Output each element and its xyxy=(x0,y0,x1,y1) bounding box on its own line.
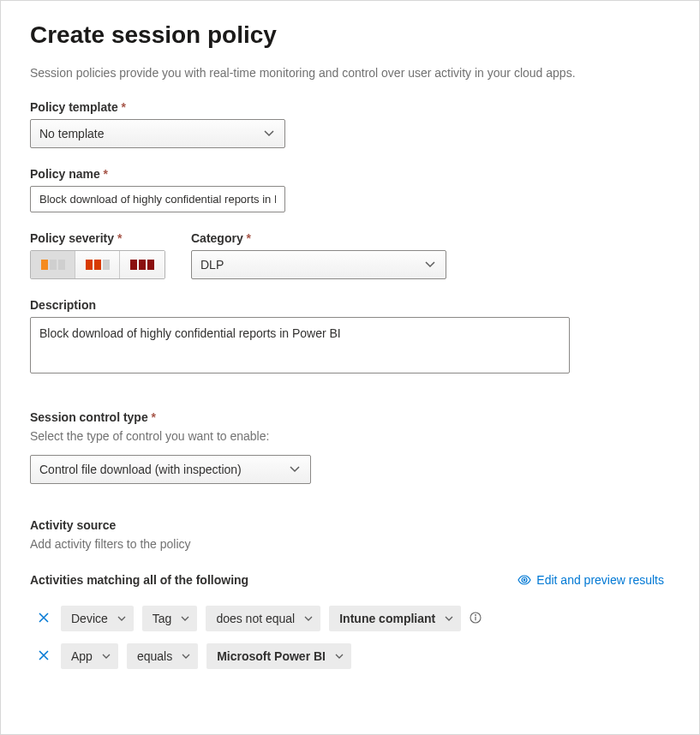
edit-preview-results-link[interactable]: Edit and preview results xyxy=(518,573,664,587)
policy-severity-label: Policy severity xyxy=(30,231,165,245)
chevron-down-icon xyxy=(102,654,111,659)
filter-value-chip[interactable]: Microsoft Power BI xyxy=(206,643,351,669)
filter-sub-chip[interactable]: Tag xyxy=(142,606,198,631)
remove-filter-button[interactable] xyxy=(35,648,52,664)
session-control-type-label: Session control type xyxy=(30,410,670,424)
page-subtitle: Session policies provide you with real-t… xyxy=(30,66,670,80)
svg-point-2 xyxy=(475,614,476,616)
chevron-down-icon xyxy=(445,616,453,621)
severity-medium-button[interactable] xyxy=(75,251,120,278)
edit-preview-results-label: Edit and preview results xyxy=(536,573,664,587)
category-select[interactable]: DLP xyxy=(191,250,446,279)
info-icon xyxy=(470,612,482,626)
chevron-down-icon xyxy=(290,466,300,473)
chevron-down-icon xyxy=(264,130,274,137)
filter-field-chip[interactable]: App xyxy=(61,643,118,669)
remove-filter-button[interactable] xyxy=(35,611,52,626)
session-control-type-select[interactable]: Control file download (with inspection) xyxy=(30,455,311,484)
session-control-type-value: Control file download (with inspection) xyxy=(39,463,242,476)
filter-operator-chip[interactable]: does not equal xyxy=(206,606,320,631)
session-control-type-helper: Select the type of control you want to e… xyxy=(30,429,670,443)
eye-icon xyxy=(518,575,531,585)
policy-template-select[interactable]: No template xyxy=(30,119,285,148)
close-icon xyxy=(39,612,49,623)
activity-source-heading: Activity source xyxy=(30,518,670,532)
policy-template-value: No template xyxy=(39,127,104,140)
svg-rect-3 xyxy=(476,616,476,620)
close-icon xyxy=(39,650,49,660)
policy-severity-group xyxy=(30,250,165,279)
category-value: DLP xyxy=(200,258,224,272)
filter-value-chip[interactable]: Intune compliant xyxy=(329,606,461,631)
chevron-down-icon xyxy=(182,654,190,659)
svg-point-0 xyxy=(524,579,526,582)
severity-low-button[interactable] xyxy=(31,251,75,278)
chevron-down-icon xyxy=(335,654,344,659)
activities-matching-heading: Activities matching all of the following xyxy=(30,573,248,587)
activity-filter-row: Device Tag does not equal Intune complia… xyxy=(30,606,670,631)
description-textarea[interactable] xyxy=(30,317,570,373)
policy-name-input[interactable] xyxy=(30,186,285,212)
chevron-down-icon xyxy=(117,616,126,621)
category-label: Category xyxy=(191,231,446,245)
severity-high-button[interactable] xyxy=(120,251,165,278)
page-title: Create session policy xyxy=(30,21,670,49)
activity-filter-row: App equals Microsoft Power BI xyxy=(30,643,670,669)
description-label: Description xyxy=(30,298,670,312)
filter-operator-chip[interactable]: equals xyxy=(127,643,198,669)
policy-template-label: Policy template xyxy=(30,100,670,114)
policy-name-label: Policy name xyxy=(30,167,670,181)
activity-source-helper: Add activity filters to the policy xyxy=(30,537,670,551)
chevron-down-icon xyxy=(425,261,435,268)
chevron-down-icon xyxy=(304,616,313,621)
filter-field-chip[interactable]: Device xyxy=(61,606,134,631)
chevron-down-icon xyxy=(181,616,189,621)
